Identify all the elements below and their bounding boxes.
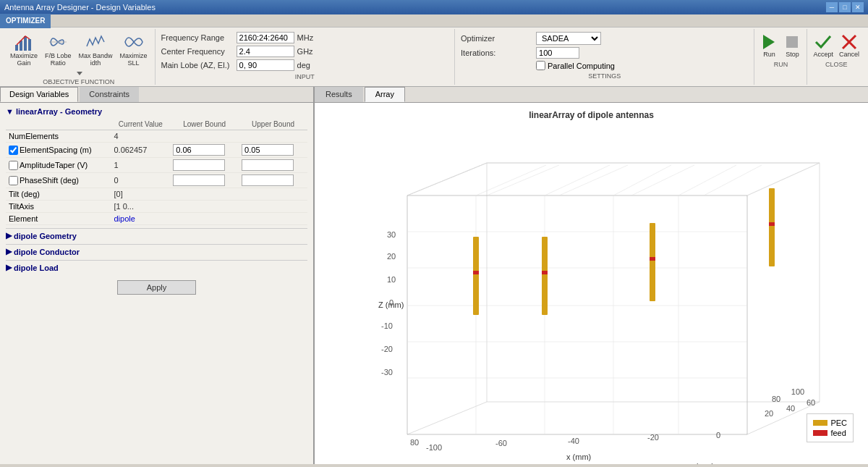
max-bandwidth-label: Max Bandwidth bbox=[79, 53, 113, 67]
accept-button[interactable]: Accept bbox=[812, 32, 835, 59]
svg-line-35 bbox=[678, 165, 736, 195]
main-lobe-row: Main Lobe (AZ, El.) deg bbox=[161, 59, 448, 71]
prop-phase-shift-label: PhaseShift (deg) bbox=[6, 173, 111, 188]
tab-array[interactable]: Array bbox=[365, 87, 405, 102]
main-content: Design Variables Constraints ▼ linearArr… bbox=[0, 87, 868, 464]
optimizer-select[interactable]: SADEA GA PSO bbox=[536, 32, 601, 45]
maximize-gain-label: MaximizeGain bbox=[10, 53, 38, 67]
x-axis-label: x (mm) bbox=[566, 453, 591, 461]
cancel-icon bbox=[841, 33, 858, 51]
svg-line-38 bbox=[559, 165, 628, 195]
tab-results[interactable]: Results bbox=[315, 87, 363, 102]
run-button[interactable]: Run bbox=[759, 32, 779, 59]
settings-section-label: SETTINGS bbox=[461, 72, 748, 80]
feed-2 bbox=[542, 271, 548, 274]
y-tick-60: 60 bbox=[806, 398, 814, 407]
restore-button[interactable]: □ bbox=[839, 2, 851, 12]
dipole-conductor-header[interactable]: ▶ dipole Conductor bbox=[6, 244, 307, 258]
pec-label: PEC bbox=[830, 418, 847, 427]
fb-lobe-ratio-button[interactable]: F/B LobeRatio bbox=[42, 30, 75, 69]
table-row: AmplitudeTaper (V) 1 bbox=[6, 158, 307, 173]
svg-rect-2 bbox=[24, 36, 27, 51]
svg-line-36 bbox=[407, 163, 487, 195]
element-spacing-checkbox[interactable] bbox=[9, 146, 18, 155]
left-panel: Design Variables Constraints ▼ linearArr… bbox=[0, 87, 315, 464]
table-row: ElementSpacing (m) 0.062457 bbox=[6, 143, 307, 158]
feed-label: feed bbox=[830, 429, 846, 437]
dipole-geometry-header[interactable]: ▶ dipole Geometry bbox=[6, 228, 307, 243]
legend: PEC feed bbox=[807, 413, 854, 442]
tab-constraints[interactable]: Constraints bbox=[80, 87, 139, 102]
y-tick-40: 40 bbox=[786, 404, 794, 413]
objective-buttons: MaximizeGain F/B LobeRatio bbox=[7, 30, 150, 69]
max-bandwidth-icon bbox=[85, 32, 106, 52]
maximize-gain-icon bbox=[14, 32, 34, 52]
close-button[interactable]: ✕ bbox=[852, 2, 864, 12]
cancel-label: Cancel bbox=[839, 51, 859, 58]
element-spacing-lower-input[interactable] bbox=[173, 144, 225, 156]
dropdown-btn[interactable] bbox=[72, 72, 86, 75]
dipole-load-section: ▶ dipole Load bbox=[6, 260, 307, 274]
maximize-gain-button[interactable]: MaximizeGain bbox=[7, 30, 41, 69]
phase-shift-upper-input[interactable] bbox=[242, 174, 294, 186]
amplitude-taper-lower-input[interactable] bbox=[173, 159, 225, 171]
prop-tiltaxis-lower bbox=[170, 201, 239, 213]
tab-design-variables[interactable]: Design Variables bbox=[0, 87, 78, 102]
center-freq-label: Center Frequency bbox=[161, 47, 234, 56]
parallel-checkbox[interactable] bbox=[536, 61, 545, 70]
window-controls: ─ □ ✕ bbox=[826, 2, 864, 12]
prop-tilt-label: Tilt (deg) bbox=[6, 188, 111, 201]
run-section-label: RUN bbox=[774, 61, 788, 68]
phase-shift-lower-input[interactable] bbox=[173, 174, 225, 186]
objective-function-section: MaximizeGain F/B LobeRatio bbox=[3, 29, 156, 85]
right-tabs: Results Array bbox=[315, 87, 868, 103]
z-tick-0: 0 bbox=[388, 298, 393, 307]
prop-element-value: dipole bbox=[111, 213, 170, 225]
y-axis-label: y (mm) bbox=[689, 462, 714, 465]
feed-color bbox=[813, 430, 827, 436]
dipole-geometry-label: dipole Geometry bbox=[14, 232, 77, 240]
visualization-area: linearArray of dipole antennas bbox=[315, 103, 868, 464]
z-tick-30: 30 bbox=[386, 230, 395, 239]
dipole-geometry-arrow: ▶ bbox=[6, 231, 12, 240]
maximize-sll-button[interactable]: MaximizeSLL bbox=[117, 30, 150, 69]
x-tick-neg60: -60 bbox=[495, 439, 507, 447]
z-tick-10: 10 bbox=[386, 275, 395, 284]
accept-icon bbox=[814, 33, 832, 51]
minimize-button[interactable]: ─ bbox=[826, 2, 838, 12]
close-section-label: CLOSE bbox=[825, 61, 848, 68]
input-section: Frequency Range MHz Center Frequency GHz… bbox=[156, 29, 455, 85]
stop-button[interactable]: Stop bbox=[782, 32, 802, 59]
parallel-row: Parallel Computing bbox=[536, 61, 748, 70]
prop-tiltaxis-label: TiltAxis bbox=[6, 201, 111, 213]
iterations-row: Iterations: bbox=[461, 47, 748, 59]
iterations-input[interactable] bbox=[536, 47, 579, 59]
prop-tilt-value: [0] bbox=[111, 188, 170, 201]
run-label: Run bbox=[763, 51, 775, 58]
right-panel: Results Array linearArray of dipole ante… bbox=[315, 87, 868, 464]
center-freq-input[interactable] bbox=[237, 46, 294, 57]
amplitude-taper-checkbox[interactable] bbox=[9, 161, 18, 170]
cancel-button[interactable]: Cancel bbox=[838, 32, 861, 59]
svg-rect-0 bbox=[15, 45, 18, 51]
linear-array-section-header[interactable]: ▼ linearArray - Geometry bbox=[6, 107, 307, 116]
element-spacing-upper-input[interactable] bbox=[242, 144, 294, 156]
apply-button[interactable]: Apply bbox=[117, 280, 197, 295]
col-lower-bound: Lower Bound bbox=[170, 119, 239, 130]
dipole-load-header[interactable]: ▶ dipole Load bbox=[6, 260, 307, 274]
optimizer-tab[interactable]: OPTIMIZER bbox=[0, 14, 51, 28]
section-header-title: linearArray - Geometry bbox=[16, 107, 102, 116]
x-tick-neg20: -20 bbox=[647, 433, 659, 442]
feed-4 bbox=[769, 222, 775, 226]
prop-num-elements-upper bbox=[239, 130, 307, 143]
amplitude-taper-upper-input[interactable] bbox=[242, 159, 294, 171]
titlebar: Antenna Array Designer - Design Variable… bbox=[0, 0, 868, 14]
frequency-range-input[interactable] bbox=[237, 32, 294, 43]
iterations-label: Iterations: bbox=[461, 49, 533, 57]
max-bandwidth-button[interactable]: Max Bandwidth bbox=[76, 30, 116, 69]
main-lobe-input[interactable] bbox=[237, 59, 294, 71]
phase-shift-checkbox[interactable] bbox=[9, 176, 18, 185]
fb-lobe-icon bbox=[48, 32, 68, 52]
maximize-sll-label: MaximizeSLL bbox=[120, 53, 148, 67]
prop-amplitude-taper-value: 1 bbox=[111, 158, 170, 173]
